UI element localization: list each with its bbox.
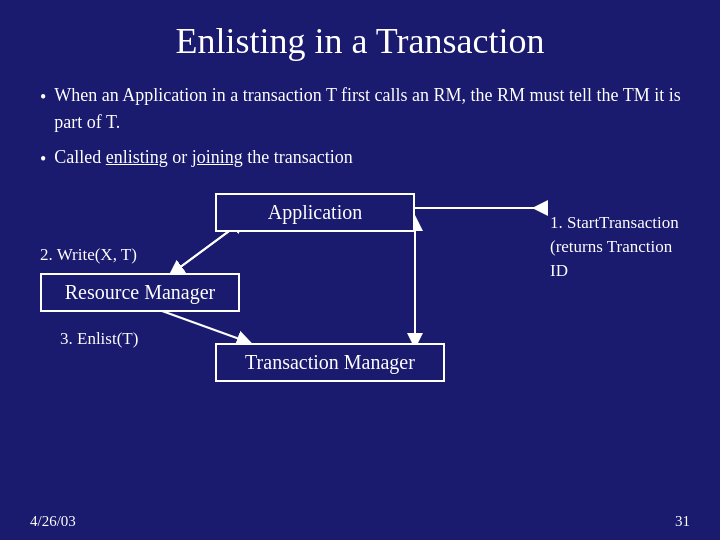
footer: 4/26/03 31	[30, 513, 690, 530]
enlist-label: 3. Enlist(T)	[60, 329, 138, 349]
start-transaction-text: 1. StartTransaction(returns Tranction ID	[550, 213, 679, 280]
footer-page: 31	[675, 513, 690, 530]
slide-title: Enlisting in a Transaction	[30, 20, 690, 62]
bullet-dot-1: •	[40, 84, 46, 111]
joining-word: joining	[192, 147, 243, 167]
bullet-item-2: • Called enlisting or joining the transa…	[40, 144, 690, 173]
resource-manager-box: Resource Manager	[40, 273, 240, 312]
bullet-text-1: When an Application in a transaction T f…	[54, 82, 690, 136]
slide: Enlisting in a Transaction • When an App…	[0, 0, 720, 540]
bullet-list: • When an Application in a transaction T…	[40, 82, 690, 173]
diagram: 2. Write(X, T) Application Resource Mana…	[30, 193, 690, 413]
application-box: Application	[215, 193, 415, 232]
bullet-text-2: Called enlisting or joining the transact…	[54, 144, 352, 171]
footer-date: 4/26/03	[30, 513, 76, 530]
bullet-item-1: • When an Application in a transaction T…	[40, 82, 690, 136]
write-label: 2. Write(X, T)	[40, 245, 137, 265]
bullet-dot-2: •	[40, 146, 46, 173]
enlisting-word: enlisting	[106, 147, 168, 167]
transaction-manager-box: Transaction Manager	[215, 343, 445, 382]
start-transaction-label: 1. StartTransaction(returns Tranction ID	[550, 211, 690, 282]
